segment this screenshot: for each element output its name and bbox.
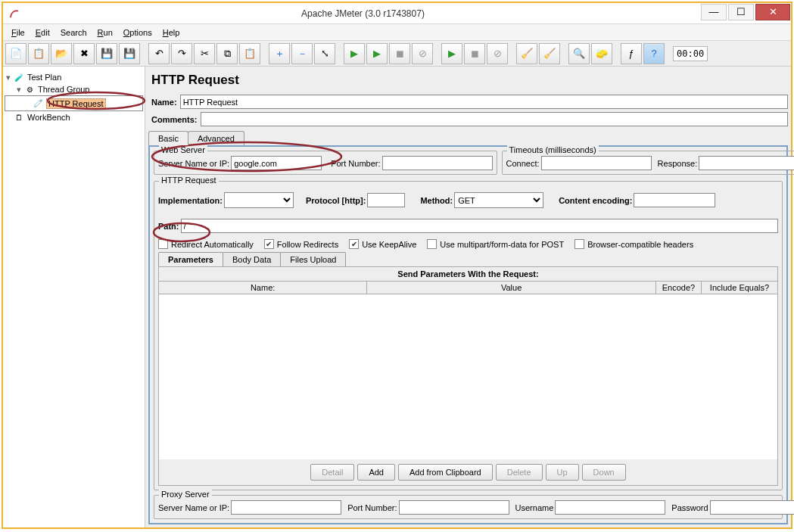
remote-shutdown-icon[interactable]: ⊘ (487, 43, 508, 64)
minimize-button[interactable]: — (701, 4, 727, 20)
templates-icon[interactable]: 📋 (28, 43, 49, 64)
new-icon[interactable]: 📄 (5, 43, 26, 64)
elapsed-time: 00:00 (673, 46, 708, 61)
proxy-user-input[interactable] (555, 500, 665, 515)
enc-input[interactable] (634, 193, 715, 207)
subtab-body-data[interactable]: Body Data (223, 252, 281, 266)
delete-button[interactable]: Delete (496, 464, 543, 481)
proxy-user-label: Username (515, 503, 554, 512)
menu-edit[interactable]: Edit (30, 26, 55, 39)
open-icon[interactable]: 📂 (51, 43, 72, 64)
connect-input[interactable] (541, 156, 652, 170)
undo-icon[interactable]: ↶ (148, 43, 170, 64)
add-clipboard-button[interactable]: Add from Clipboard (398, 464, 493, 481)
timeouts-fieldset: Timeouts (milliseconds) Connect: Respons… (502, 151, 794, 175)
clear-all-icon[interactable]: 🧹 (539, 43, 560, 64)
enc-label: Content encoding: (559, 196, 632, 205)
name-input[interactable] (180, 95, 788, 109)
flask-icon: 🧪 (14, 72, 24, 82)
browser-headers-checkbox[interactable]: Browser-compatible headers (574, 239, 693, 249)
follow-redirects-checkbox[interactable]: ✔Follow Redirects (264, 239, 338, 249)
tree-workbench[interactable]: 🗒 WorkBench (5, 111, 143, 123)
col-include: Include Equals? (702, 282, 777, 294)
maximize-button[interactable]: ☐ (728, 4, 754, 20)
response-input[interactable] (699, 156, 794, 170)
cut-icon[interactable]: ✂ (194, 43, 215, 64)
servername-input[interactable] (231, 156, 322, 170)
menu-search[interactable]: Search (55, 26, 92, 39)
comments-input[interactable] (201, 112, 788, 126)
start-icon[interactable]: ▶ (344, 43, 365, 64)
keepalive-checkbox[interactable]: ✔Use KeepAlive (349, 239, 416, 249)
proxy-port-input[interactable] (399, 500, 509, 515)
method-label: Method: (420, 196, 453, 205)
port-input[interactable] (382, 156, 493, 170)
param-table-body[interactable] (159, 294, 777, 459)
proxy-server-label: Server Name or IP: (158, 503, 229, 512)
tab-body: Web Server Server Name or IP: Port Numbe… (148, 145, 788, 524)
tree-thread-group[interactable]: ▾ ⚙ Thread Group (5, 83, 143, 95)
close-icon[interactable]: ✖ (73, 43, 95, 64)
subtab-parameters[interactable]: Parameters (158, 252, 223, 266)
copy-icon[interactable]: ⧉ (216, 43, 238, 64)
save-icon[interactable]: 💾 (96, 43, 117, 64)
subtab-files-upload[interactable]: Files Upload (280, 252, 346, 266)
down-button[interactable]: Down (582, 464, 626, 481)
proxy-pass-input[interactable] (710, 500, 794, 515)
proto-input[interactable] (367, 193, 405, 207)
parameters-panel: Send Parameters With the Request: Name: … (158, 266, 778, 486)
function-helper-icon[interactable]: ƒ (621, 43, 642, 64)
proxy-server-input[interactable] (231, 500, 341, 515)
start-no-timers-icon[interactable]: ▶ (366, 43, 388, 64)
save-as-icon[interactable]: 💾 (119, 43, 140, 64)
menu-help[interactable]: Help (157, 26, 185, 39)
detail-button[interactable]: Detail (310, 464, 354, 481)
main-panel: HTTP Request Name: Comments: Basic Advan… (145, 67, 791, 527)
redirect-auto-checkbox[interactable]: Redirect Automatically (158, 239, 254, 249)
menu-file[interactable]: File (6, 26, 30, 39)
redo-icon[interactable]: ↷ (171, 43, 192, 64)
col-name: Name: (159, 282, 367, 294)
remote-stop-icon[interactable]: ◼ (464, 43, 485, 64)
toggle-icon[interactable]: ⤡ (314, 43, 335, 64)
response-label: Response: (658, 159, 698, 168)
param-title: Send Parameters With the Request: (159, 267, 777, 282)
tree-http-request[interactable]: 🧷 HTTP Request (5, 95, 143, 111)
menu-bar: File Edit Search Run Options Help (3, 24, 791, 41)
method-select[interactable]: GET (454, 192, 543, 208)
path-input[interactable] (181, 219, 779, 233)
stop-icon[interactable]: ◼ (389, 43, 410, 64)
window-title: Apache JMeter (3.0 r1743807) (26, 8, 700, 19)
tree-test-plan[interactable]: ▾ 🧪 Test Plan (5, 71, 143, 83)
port-label: Port Number: (331, 159, 380, 168)
expand-icon[interactable]: ＋ (269, 43, 290, 64)
test-tree[interactable]: ▾ 🧪 Test Plan ▾ ⚙ Thread Group 🧷 HTTP Re… (3, 67, 145, 527)
reset-search-icon[interactable]: 🧽 (591, 43, 612, 64)
app-icon (9, 8, 20, 19)
title-bar: Apache JMeter (3.0 r1743807) — ☐ ✕ (3, 3, 791, 24)
menu-run[interactable]: Run (92, 26, 118, 39)
proxy-port-label: Port Number: (347, 503, 397, 512)
add-button[interactable]: Add (357, 464, 395, 481)
help-icon[interactable]: ? (643, 43, 665, 64)
search-icon[interactable]: 🔍 (568, 43, 590, 64)
workbench-icon: 🗒 (14, 112, 24, 123)
paste-icon[interactable]: 📋 (239, 43, 260, 64)
tab-basic[interactable]: Basic (148, 131, 188, 145)
pipette-icon: 🧷 (33, 98, 43, 109)
close-button[interactable]: ✕ (755, 4, 790, 20)
multipart-checkbox[interactable]: Use multipart/form-data for POST (427, 239, 564, 249)
impl-select[interactable] (224, 192, 294, 208)
param-table-header: Name: Value Encode? Include Equals? (159, 282, 777, 294)
menu-options[interactable]: Options (118, 26, 157, 39)
remote-start-icon[interactable]: ▶ (441, 43, 462, 64)
name-label: Name: (148, 98, 180, 107)
servername-label: Server Name or IP: (158, 159, 229, 168)
comments-label: Comments: (148, 115, 201, 124)
clear-icon[interactable]: 🧹 (516, 43, 537, 64)
tab-advanced[interactable]: Advanced (188, 131, 244, 145)
collapse-icon[interactable]: － (291, 43, 313, 64)
up-button[interactable]: Up (546, 464, 579, 481)
shutdown-icon[interactable]: ⊘ (412, 43, 433, 64)
proto-label: Protocol [http]: (306, 196, 366, 205)
